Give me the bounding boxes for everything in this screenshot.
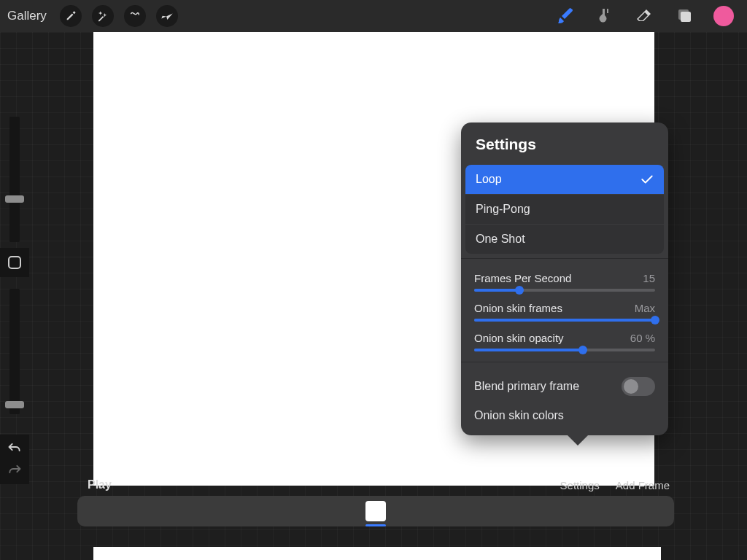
svg-rect-1 bbox=[681, 12, 691, 22]
current-frame-indicator bbox=[365, 524, 386, 526]
option-label: One Shot bbox=[476, 233, 525, 246]
animation-settings-popover: Settings LoopPing-PongOne Shot Frames Pe… bbox=[461, 122, 668, 435]
popover-title: Settings bbox=[461, 122, 668, 165]
checkmark-icon bbox=[640, 174, 654, 184]
actions-button[interactable] bbox=[60, 5, 82, 27]
timeline-track[interactable] bbox=[77, 496, 674, 526]
frame-thumbnail[interactable] bbox=[365, 501, 386, 521]
selection-icon bbox=[129, 10, 141, 22]
slider-value: 15 bbox=[643, 272, 655, 284]
slider-onion-skin-opacity[interactable]: Onion skin opacity60 % bbox=[474, 332, 655, 351]
slider-value: 60 % bbox=[630, 332, 655, 344]
slider-onion-skin-frames[interactable]: Onion skin framesMax bbox=[474, 302, 655, 322]
brush-tool[interactable] bbox=[556, 7, 575, 26]
slider-name: Frames Per Second bbox=[474, 272, 571, 284]
smudge-tool[interactable] bbox=[595, 7, 614, 26]
slider-track[interactable] bbox=[474, 289, 655, 292]
square-icon bbox=[8, 256, 21, 269]
redo-button[interactable] bbox=[7, 464, 22, 477]
undo-redo-group bbox=[0, 435, 29, 484]
slider-fill bbox=[474, 349, 583, 351]
slider-frames-per-second[interactable]: Frames Per Second15 bbox=[474, 272, 655, 292]
layers-icon bbox=[675, 7, 692, 25]
playback-option-loop[interactable]: Loop bbox=[465, 165, 664, 194]
onion-skin-colors-button[interactable]: Onion skin colors bbox=[461, 400, 668, 435]
timeline-settings-button[interactable]: Settings bbox=[560, 479, 600, 491]
playback-option-ping-pong[interactable]: Ping-Pong bbox=[465, 195, 664, 224]
switch-knob bbox=[624, 379, 638, 394]
undo-icon bbox=[7, 442, 22, 452]
option-label: Loop bbox=[476, 173, 502, 186]
transform-button[interactable] bbox=[156, 5, 178, 27]
eraser-tool[interactable] bbox=[635, 7, 654, 26]
slider-fill bbox=[474, 319, 655, 322]
eraser-icon bbox=[635, 7, 653, 25]
side-rail bbox=[0, 117, 29, 414]
layers-button[interactable] bbox=[674, 7, 693, 26]
slider-fill bbox=[474, 289, 519, 292]
slider-thumb[interactable] bbox=[5, 401, 24, 408]
brush-opacity-slider[interactable] bbox=[9, 289, 20, 414]
slider-knob[interactable] bbox=[651, 316, 659, 324]
color-swatch[interactable] bbox=[713, 6, 734, 26]
brush-icon bbox=[557, 7, 574, 25]
animation-timeline: Play Settings Add Frame bbox=[77, 477, 674, 532]
selection-button[interactable] bbox=[124, 5, 146, 27]
blend-primary-frame-label: Blend primary frame bbox=[474, 380, 579, 393]
slider-knob[interactable] bbox=[578, 346, 587, 354]
top-toolbar: Gallery bbox=[0, 0, 747, 32]
arrow-icon bbox=[161, 10, 173, 22]
canvas-bottom-strip bbox=[93, 547, 661, 560]
slider-track[interactable] bbox=[474, 349, 655, 351]
slider-track[interactable] bbox=[474, 319, 655, 322]
playback-option-one-shot[interactable]: One Shot bbox=[465, 225, 664, 254]
wrench-icon bbox=[65, 10, 77, 22]
blend-primary-frame-toggle[interactable] bbox=[622, 377, 655, 396]
option-label: Ping-Pong bbox=[476, 203, 530, 216]
redo-icon bbox=[7, 464, 22, 474]
adjustments-button[interactable] bbox=[92, 5, 114, 27]
smudge-icon bbox=[596, 7, 614, 25]
slider-knob[interactable] bbox=[515, 286, 524, 295]
slider-name: Onion skin frames bbox=[474, 302, 562, 314]
play-button[interactable]: Play bbox=[88, 478, 112, 491]
playback-mode-list: LoopPing-PongOne Shot bbox=[461, 165, 668, 254]
modifier-button[interactable] bbox=[0, 248, 29, 277]
undo-button[interactable] bbox=[7, 442, 22, 455]
slider-value: Max bbox=[635, 302, 655, 314]
slider-thumb[interactable] bbox=[5, 195, 24, 203]
wand-icon bbox=[97, 10, 109, 22]
gallery-button[interactable]: Gallery bbox=[7, 9, 47, 23]
slider-name: Onion skin opacity bbox=[474, 332, 564, 344]
brush-size-slider[interactable] bbox=[9, 117, 20, 242]
add-frame-button[interactable]: Add Frame bbox=[616, 479, 670, 491]
